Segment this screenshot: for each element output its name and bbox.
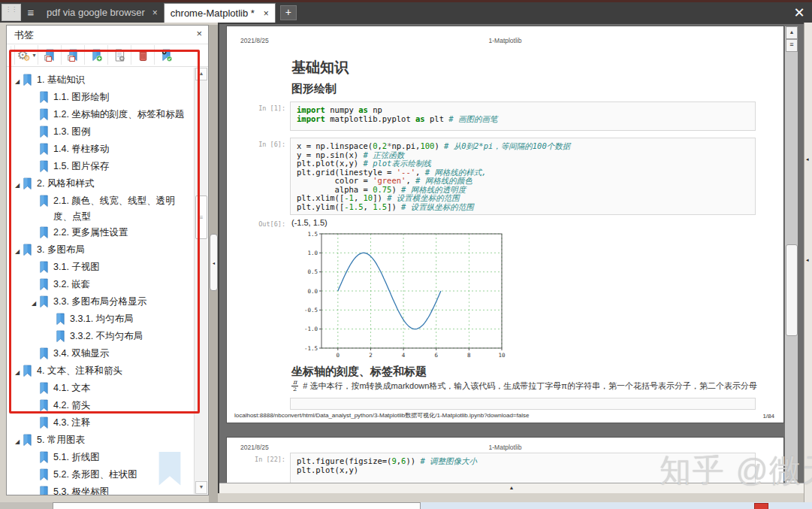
bookmark-label: 4.3. 注释 [53, 415, 196, 431]
output-prompt: Out[6]: [228, 220, 285, 228]
output-value: (-1.5, 1.5) [291, 218, 328, 227]
page-number: 1/84 [762, 413, 774, 420]
bookmark-icon [38, 451, 50, 464]
background-window-blue [421, 502, 812, 509]
pdf-page-1: 2021/8/25 1-Matplotlib 基础知识 图形绘制 In [1]:… [227, 26, 783, 423]
large-bookmark-watermark-icon [152, 445, 187, 493]
svg-text:6: 6 [434, 352, 438, 359]
svg-text:0.5: 0.5 [307, 268, 318, 275]
collapse-left-icon: ◂ [213, 260, 215, 265]
collapse-handle-icon[interactable]: ◂ [806, 257, 809, 263]
svg-text:0.0: 0.0 [307, 288, 318, 295]
bookmark-item[interactable]: 4.3. 注释 [8, 415, 196, 432]
code-line: plt.ylim([-1.5, 1.5]) # 设置纵坐标的范围 [297, 203, 749, 212]
page-footer-url: localhost:8888/nbconvert/html/Data_analy… [234, 411, 529, 420]
tab-chrome-matplotlib[interactable]: chrome-Matplotlib * × [164, 3, 276, 23]
app-window: ⋮⋮ ≡ pdf via google browser × chrome-Mat… [0, 0, 812, 509]
pdf-scrollbar[interactable]: ▲ ≡ ▼ [785, 26, 798, 492]
panel-title: 书签 [14, 29, 34, 42]
bookmarks-panel: 书签 × ⋮⋮⋮⋮ ⚙ ⚙ ▾ ◢1. 基础知识1.1. 图形绘制1.2. 坐标… [6, 25, 209, 495]
pdf-view-area: 2021/8/25 1-Matplotlib 基础知识 图形绘制 In [1]:… [218, 23, 804, 493]
panel-splitter[interactable]: ◂ [209, 25, 218, 509]
subsection-heading: 坐标轴的刻度、标签和标题 [291, 365, 427, 379]
panel-close-icon[interactable]: × [196, 28, 202, 39]
tab-close-icon[interactable]: × [264, 8, 269, 19]
scroll-mode-icon[interactable]: ≡ [786, 39, 798, 52]
bookmark-icon [38, 486, 50, 495]
window-close-button[interactable]: ✕ [786, 2, 812, 23]
fraction-denominator: 2 [293, 386, 297, 392]
markdown-formula-line: π 2 # 选中本行，按m转换成markdown格式，输入该代码，生成带拉丁字母… [291, 380, 757, 392]
new-tab-button[interactable]: + [280, 5, 297, 20]
tab-close-icon[interactable]: × [152, 8, 158, 18]
tab-pdf-via-google-browser[interactable]: pdf via google browser × [41, 2, 164, 23]
titlebar: ⋮⋮ ≡ pdf via google browser × chrome-Mat… [0, 0, 812, 23]
background-red-badge [754, 503, 768, 509]
bookmarks-panel-header: 书签 × [7, 26, 208, 44]
background-window-strip [0, 502, 812, 509]
input-prompt: In [1]: [228, 105, 285, 112]
svg-text:-0.5: -0.5 [304, 307, 318, 314]
svg-text:4: 4 [402, 352, 406, 359]
expander-icon[interactable]: ◢ [13, 434, 22, 450]
background-window-white [53, 502, 421, 509]
splitter-collapse-handle[interactable]: ◂ [210, 234, 218, 291]
svg-text:1.0: 1.0 [307, 250, 318, 256]
svg-text:0: 0 [337, 352, 340, 359]
window-grip-icon[interactable]: ⋮⋮ [2, 4, 21, 21]
site-watermark: 知乎 @微天 [660, 450, 812, 492]
subsection-heading: 图形绘制 [291, 82, 337, 96]
tab-label: pdf via google browser [47, 7, 145, 18]
fraction: π 2 [291, 380, 298, 392]
collapse-handle-icon[interactable]: ◂ [806, 156, 809, 162]
scrollbar-thumb[interactable] [786, 244, 798, 336]
bookmark-icon [38, 417, 50, 429]
empty-code-cell [290, 398, 756, 410]
collapse-up-icon: ▲ [509, 485, 515, 490]
tab-label: chrome-Matplotlib * [171, 8, 255, 19]
red-annotation-box [9, 50, 200, 414]
input-prompt: In [22]: [228, 456, 285, 463]
formula-comment: # 选中本行，按m转换成markdown格式，输入该代码，生成带拉丁字母π的字符… [303, 380, 757, 392]
scroll-down-icon[interactable]: ▼ [195, 481, 207, 494]
scroll-up-icon[interactable]: ▲ [786, 26, 798, 39]
svg-text:1.5: 1.5 [307, 231, 318, 238]
bookmark-icon [22, 434, 34, 447]
svg-text:2: 2 [369, 352, 373, 359]
code-cell: import numpy as npimport matplotlib.pypl… [290, 101, 756, 131]
section-heading: 基础知识 [291, 58, 349, 77]
sine-plot-figure: 0246810-1.5-1.0-0.50.00.51.01.5 [290, 228, 538, 362]
svg-text:-1.0: -1.0 [304, 326, 318, 332]
svg-text:-1.5: -1.5 [304, 345, 318, 352]
page-header-title: 1-Matplotlib [227, 37, 783, 44]
svg-text:10: 10 [498, 352, 506, 359]
bookmark-icon [38, 468, 50, 481]
input-prompt: In [6]: [228, 141, 285, 148]
svg-text:8: 8 [467, 352, 471, 359]
right-edge-strip: ◂ ◂ [804, 23, 812, 509]
menu-icon[interactable]: ≡ [21, 2, 41, 23]
code-cell: x = np.linspace(0,2*np.pi,100) # 从0到2*pi… [290, 138, 756, 215]
code-line: import matplotlib.pyplot as plt # 画图的画笔 [297, 115, 749, 124]
